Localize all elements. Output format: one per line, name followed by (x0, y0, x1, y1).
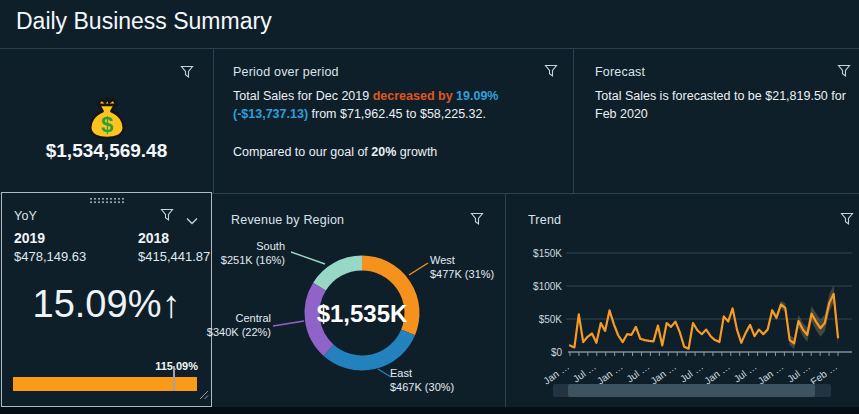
yoy-target-label: 115.09% (155, 360, 198, 372)
x-axis-label: Jul … (678, 361, 705, 385)
total-sales-value: $1,534,569.48 (0, 140, 213, 162)
x-axis-label: Jan … (702, 361, 732, 387)
y-axis-label: $100K (533, 281, 562, 292)
divider-v2 (573, 49, 574, 193)
period-text-prefix: Total Sales for Dec 2019 (233, 89, 373, 103)
x-axis-label: Jan … (756, 361, 786, 387)
y-axis-label: $50K (539, 314, 563, 325)
yoy-target-tick (173, 366, 175, 391)
x-axis-label: Jan … (541, 361, 571, 387)
svg-text:$: $ (101, 112, 113, 137)
trend-scrollbar-thumb[interactable] (568, 384, 815, 397)
trend-line[interactable] (570, 294, 838, 349)
page-title: Daily Business Summary (16, 8, 272, 35)
donut-label-central: Central $340K (22%) (201, 311, 271, 340)
resize-handle-icon[interactable] (199, 386, 209, 404)
yoy-year-2-label: 2018 (138, 230, 169, 246)
x-axis-label: Jul … (785, 361, 812, 385)
divider-v1 (213, 49, 214, 193)
yoy-card-title: YoY (14, 209, 37, 223)
yoy-year-2-value: $415,441.87 (138, 249, 210, 264)
yoy-card[interactable]: YoY 2019 2018 $478,149.63 $415,441.87 15… (1, 192, 212, 407)
x-axis-label: Jan … (595, 361, 625, 387)
x-axis-label: Jul … (624, 361, 651, 385)
y-axis-label: $0 (551, 347, 563, 358)
yoy-year-1-label: 2019 (14, 230, 45, 246)
filter-icon[interactable] (837, 64, 851, 82)
forecast-card-title: Forecast (595, 65, 645, 79)
money-bag-icon: $ (83, 90, 131, 146)
forecast-text: Total Sales is forecasted to be $21,819.… (595, 87, 853, 123)
filter-icon[interactable] (180, 65, 194, 83)
donut-label-east: East $467K (30%) (390, 366, 470, 395)
donut-slice-south[interactable] (320, 263, 363, 287)
trend-line-chart[interactable]: $0$50K$100K$150KJan …Jul …Jan …Jul …Jan … (505, 195, 859, 414)
x-axis-label: Jan … (649, 361, 679, 387)
trend-scrollbar-track[interactable] (553, 384, 831, 397)
donut-label-south: South $251K (16%) (213, 239, 285, 268)
period-text-decreased: decreased by (373, 89, 456, 103)
drag-handle-icon[interactable] (89, 197, 125, 204)
y-axis-label: $150K (533, 248, 562, 259)
yoy-progress-fill (13, 377, 197, 391)
yoy-year-1-value: $478,149.63 (14, 249, 86, 264)
donut-slice-east[interactable] (329, 332, 408, 363)
period-goal-text: Compared to our goal of 20% growth (233, 143, 563, 161)
header-divider (0, 48, 859, 49)
donut-leader-line (409, 263, 428, 275)
filter-icon[interactable] (544, 64, 558, 82)
x-axis-label: Jul … (571, 361, 598, 385)
period-text-suffix: from $71,962.45 to $58,225.32. (308, 107, 486, 121)
donut-leader-line (291, 252, 325, 264)
donut-center-label: $1,535K (296, 300, 428, 328)
x-axis-label: Jul … (732, 361, 759, 385)
chevron-down-icon[interactable] (186, 211, 198, 229)
period-summary-text: Total Sales for Dec 2019 decreased by 19… (233, 87, 563, 123)
donut-label-west: West $477K (31%) (430, 253, 510, 282)
filter-icon[interactable] (160, 208, 174, 226)
yoy-progress-bar (13, 377, 197, 391)
period-card-title: Period over period (233, 65, 339, 79)
yoy-percent-value: 15.09%↑ (2, 283, 211, 326)
